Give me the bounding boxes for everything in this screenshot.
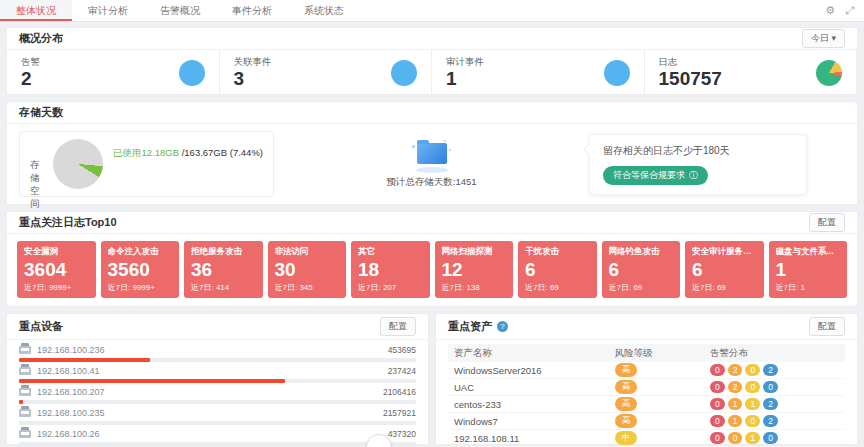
date-range-label: 今日 (811, 33, 829, 43)
asset-dist-cell: 0 1 1 2 (710, 398, 845, 410)
main-content: 概况分布 今日 ▾ 告警 2 (0, 22, 864, 445)
log-category-card[interactable]: 其它 18 近7日: 207 (351, 241, 430, 298)
nav-tab[interactable]: 审计分析 (72, 0, 144, 21)
alert-badge-low: 2 (763, 364, 778, 376)
nav-tab[interactable]: 告警概况 (144, 0, 216, 21)
stat-card[interactable]: 审计事件 1 (432, 50, 645, 95)
storage-header: 存储天数 (7, 102, 857, 124)
log-category-count: 30 (275, 258, 340, 282)
device-icon (19, 388, 31, 396)
overview-stats: 告警 2 关联事件 3 (7, 50, 857, 95)
asset-name: centos-233 (448, 399, 615, 410)
stat-card[interactable]: 告警 2 (7, 50, 220, 95)
nav-tab[interactable]: 事件分析 (216, 0, 288, 21)
asset-row[interactable]: UAC 高 0 2 0 0 (448, 379, 845, 396)
storage-body: 存储空间 已使用12.18GB /163.67GB (7.44%) 预计总存储天… (7, 124, 857, 204)
alert-badge-high: 1 (728, 398, 743, 410)
stat-circle-icon (604, 60, 630, 86)
asset-row[interactable]: 192.168.108.11 中 0 0 1 0 (448, 430, 845, 447)
storage-title: 存储天数 (19, 105, 63, 120)
alert-badge-low: 2 (763, 398, 778, 410)
assets-header: 重点资产 ? 配置 (436, 314, 857, 340)
log-category-name: 安全审计服务攻击 (692, 246, 757, 258)
compliance-badge-button[interactable]: 符合等保合规要求 ⓘ (603, 166, 708, 185)
log-category-card[interactable]: 拒绝服务攻击 36 近7日: 414 (184, 241, 263, 298)
stat-value: 3 (234, 69, 272, 90)
device-row[interactable]: 192.168.100.236 453695 (19, 341, 416, 362)
stat-circle-icon (391, 60, 417, 86)
fullscreen-icon[interactable]: ⤢ (845, 4, 854, 17)
log-category-count: 6 (525, 258, 590, 282)
stat-label: 审计事件 (446, 56, 484, 69)
info-icon: ⓘ (689, 169, 698, 182)
log-category-name: 命令注入攻击 (108, 246, 173, 258)
stat-card[interactable]: 日志 150757 (645, 50, 858, 95)
assets-title: 重点资产 (448, 319, 492, 334)
device-row[interactable]: 192.168.100.207 2106416 (19, 383, 416, 404)
asset-row[interactable]: centos-233 高 0 1 1 2 (448, 396, 845, 413)
nav-tab[interactable]: 整体状况 (0, 0, 72, 21)
log-category-card[interactable]: 磁盘与文件系... 1 近7日: 1 (769, 241, 848, 298)
log-category-recent: 近7日: 207 (358, 282, 423, 293)
log-category-card[interactable]: 非法访问 30 近7日: 345 (268, 241, 347, 298)
log-category-count: 1 (776, 258, 841, 282)
log-category-recent: 近7日: 69 (692, 282, 757, 293)
date-range-dropdown[interactable]: 今日 ▾ (802, 29, 845, 48)
device-icon (19, 367, 31, 375)
devices-config-button[interactable]: 配置 (380, 317, 416, 336)
stat-circle-icon (179, 60, 205, 86)
top-tab-bar: 整体状况 审计分析 告警概况 事件分析 系统状态 ⚙ ⤢ (0, 0, 864, 22)
device-row[interactable]: 192.168.100.26 437320 (19, 425, 416, 446)
top10-cards: 安全漏洞 3604 近7日: 9999+ 命令注入攻击 3560 近7日: 99… (7, 234, 857, 305)
help-icon[interactable]: ? (497, 321, 508, 332)
column-alert-distribution: 告警分布 (710, 347, 845, 360)
asset-dist-cell: 0 2 0 2 (710, 364, 845, 376)
log-category-card[interactable]: 安全审计服务攻击 6 近7日: 69 (685, 241, 764, 298)
log-category-card[interactable]: 安全漏洞 3604 近7日: 9999+ (17, 241, 96, 298)
alert-badge-critical: 0 (710, 398, 725, 410)
alert-badge-low: 0 (763, 432, 778, 444)
asset-row[interactable]: WindowsServer2016 高 0 2 0 2 (448, 362, 845, 379)
overview-header: 概况分布 今日 ▾ (7, 28, 857, 50)
alert-badge-high: 0 (728, 432, 743, 444)
nav-tab[interactable]: 系统状态 (288, 0, 360, 21)
log-category-recent: 近7日: 69 (609, 282, 674, 293)
asset-dist-cell: 0 2 0 0 (710, 381, 845, 393)
log-category-name: 干扰攻击 (525, 246, 590, 258)
alert-badge-low: 0 (763, 381, 778, 393)
bottom-row: 重点设备 配置 192.168.100.236 453695 (6, 313, 858, 445)
assets-config-button[interactable]: 配置 (809, 317, 845, 336)
log-category-card[interactable]: 命令注入攻击 3560 近7日: 9999+ (101, 241, 180, 298)
log-category-count: 6 (692, 258, 757, 282)
alert-badge-medium: 0 (745, 381, 760, 393)
storage-total-value: /163.67GB (7.44%) (179, 147, 263, 158)
log-category-card[interactable]: 网络扫描探测 12 近7日: 138 (435, 241, 514, 298)
log-category-recent: 近7日: 69 (525, 282, 590, 293)
device-ip: 192.168.100.236 (37, 345, 105, 355)
log-category-recent: 近7日: 9999+ (24, 282, 89, 293)
device-ip: 192.168.100.207 (37, 387, 105, 397)
device-ip: 192.168.100.41 (37, 366, 100, 376)
asset-name: WindowsServer2016 (448, 365, 615, 376)
top10-panel: 重点关注日志Top10 配置 安全漏洞 3604 近7日: 9999+ 命令注入… (6, 211, 858, 307)
log-category-count: 12 (442, 258, 507, 282)
device-row[interactable]: 192.168.100.41 237424 (19, 362, 416, 383)
storage-days-text: 预计总存储天数:1451 (386, 176, 476, 189)
log-category-card[interactable]: 网络钓鱼攻击 6 近7日: 69 (602, 241, 681, 298)
compliance-tip-text: 留存相关的日志不少于180天 (603, 144, 793, 158)
folder-icon (410, 139, 454, 173)
device-row[interactable]: 192.168.100.235 2157921 (19, 404, 416, 425)
stat-card[interactable]: 关联事件 3 (220, 50, 433, 95)
gear-icon[interactable]: ⚙ (825, 4, 835, 17)
top10-config-button[interactable]: 配置 (809, 213, 845, 232)
risk-badge: 高 (615, 397, 638, 411)
storage-usage-text: 已使用12.18GB /163.67GB (7.44%) (113, 147, 263, 160)
log-category-name: 网络钓鱼攻击 (609, 246, 674, 258)
storage-pie-chart (53, 139, 103, 189)
asset-risk-cell: 高 (615, 363, 710, 377)
device-icon (19, 346, 31, 354)
asset-row[interactable]: Windows7 高 0 1 0 2 (448, 413, 845, 430)
devices-panel: 重点设备 配置 192.168.100.236 453695 (6, 313, 429, 445)
alert-badge-critical: 0 (710, 432, 725, 444)
log-category-card[interactable]: 干扰攻击 6 近7日: 69 (518, 241, 597, 298)
